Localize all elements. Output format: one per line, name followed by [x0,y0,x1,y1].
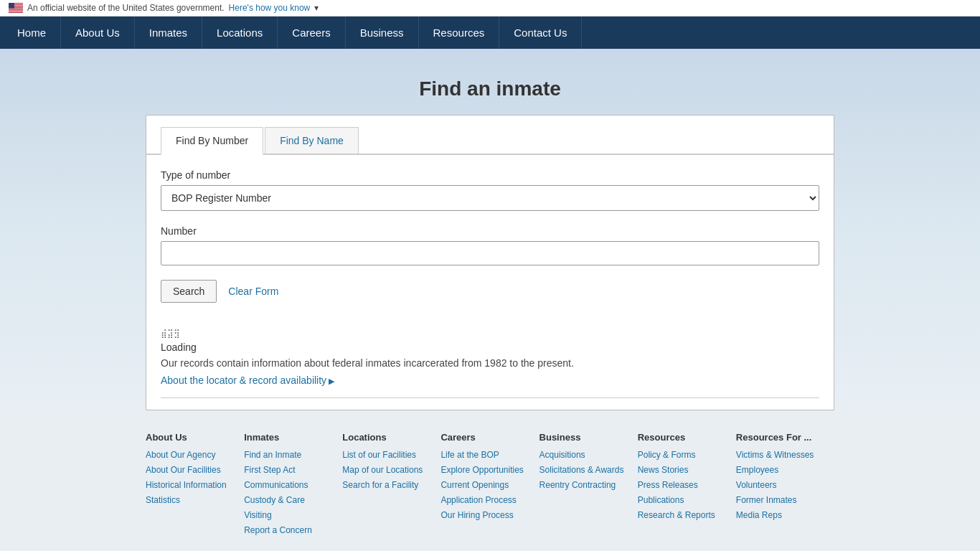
footer-link-1-5[interactable]: Report a Concern [244,524,335,537]
nav-item-inmates[interactable]: Inmates [135,17,202,49]
clear-form-button[interactable]: Clear Form [228,286,278,297]
footer-heading-0: About Us [146,432,237,443]
nav-item-careers[interactable]: Careers [278,17,345,49]
footer-link-1-4[interactable]: Visiting [244,509,335,522]
footer-link-3-1[interactable]: Explore Opportunities [440,463,532,476]
footer-link-2-0[interactable]: List of our Facilities [342,448,433,461]
page-title: Find an inmate [14,77,966,100]
nav-item-locations[interactable]: Locations [202,17,278,49]
tab-find-by-name[interactable]: Find By Name [265,127,359,154]
loading-area: ⣾⣽⣻ Loading Our records contain informat… [146,317,834,410]
footer-link-5-2[interactable]: Press Releases [638,479,729,491]
how-you-know-link[interactable]: Here's how you know [229,3,311,13]
footer-link-0-2[interactable]: Historical Information [146,479,237,491]
footer-col-about-us: About UsAbout Our AgencyAbout Our Facili… [146,432,244,539]
footer-link-3-4[interactable]: Our Hiring Process [440,509,532,522]
banner-text: An official website of the United States… [27,3,225,13]
nav-item-resources[interactable]: Resources [419,17,500,49]
tab-find-by-number[interactable]: Find By Number [161,127,263,155]
footer-link-6-3[interactable]: Former Inmates [736,494,827,507]
footer-link-6-0[interactable]: Victims & Witnesses [736,448,827,461]
footer-col-business: BusinessAcquisitionsSolicitations & Awar… [540,432,638,539]
footer-link-4-2[interactable]: Reentry Contracting [540,479,631,491]
find-by-number-form: Type of number BOP Register Number DC/DC… [146,155,834,317]
svg-rect-12 [9,12,23,13]
nav-item-home[interactable]: Home [0,17,61,49]
footer-heading-5: Resources [638,432,729,443]
nav-item-contact-us[interactable]: Contact Us [499,17,582,49]
svg-rect-10 [9,11,23,11]
footer-heading-4: Business [540,432,631,443]
search-button[interactable]: Search [161,280,217,303]
footer-link-5-0[interactable]: Policy & Forms [638,448,729,461]
footer-col-resources: ResourcesPolicy & FormsNews StoriesPress… [638,432,736,539]
footer-col-inmates: InmatesFind an InmateFirst Step ActCommu… [244,432,342,539]
loading-label: Loading [161,342,819,353]
type-of-number-select[interactable]: BOP Register Number DC/DCDC Number FBI N… [161,185,819,211]
footer-link-0-0[interactable]: About Our Agency [146,448,237,461]
footer-link-6-4[interactable]: Media Reps [736,509,827,522]
footer-link-1-2[interactable]: Communications [244,479,335,491]
us-flag-icon [9,3,23,13]
footer-heading-3: Careers [440,432,532,443]
main-nav: Home About Us Inmates Locations Careers … [0,17,980,49]
number-label: Number [161,225,819,237]
divider [161,397,819,398]
footer-link-3-0[interactable]: Life at the BOP [440,448,532,461]
type-of-number-group: Type of number BOP Register Number DC/DC… [161,169,819,211]
footer-heading-6: Resources For ... [736,432,827,443]
footer-heading-1: Inmates [244,432,335,443]
footer-link-3-3[interactable]: Application Process [440,494,532,507]
footer-link-1-1[interactable]: First Step Act [244,463,335,476]
type-of-number-label: Type of number [161,169,819,181]
nav-item-about-us[interactable]: About Us [61,17,135,49]
main-container: Find By Number Find By Name Type of numb… [146,115,834,410]
footer-link-4-0[interactable]: Acquisitions [540,448,631,461]
svg-rect-11 [9,11,23,12]
footer-link-0-1[interactable]: About Our Facilities [146,463,237,476]
footer-link-5-1[interactable]: News Stories [638,463,729,476]
loading-spinner: ⣾⣽⣻ [161,329,819,339]
footer-link-5-3[interactable]: Publications [638,494,729,507]
chevron-down-icon: ▾ [314,3,319,13]
footer-col-careers: CareersLife at the BOPExplore Opportunit… [440,432,539,539]
svg-rect-13 [9,3,14,9]
nav-item-business[interactable]: Business [346,17,419,49]
footer-link-6-1[interactable]: Employees [736,463,827,476]
svg-rect-8 [9,9,23,10]
footer: About UsAbout Our AgencyAbout Our Facili… [0,410,980,551]
footer-col-resources-for-: Resources For ...Victims & WitnessesEmpl… [736,432,834,539]
svg-rect-9 [9,10,23,11]
footer-link-2-2[interactable]: Search for a Facility [342,479,433,491]
footer-link-0-3[interactable]: Statistics [146,494,237,507]
hero-area: Find an inmate Find By Number Find By Na… [0,49,980,410]
footer-inner: About UsAbout Our AgencyAbout Our Facili… [146,432,834,539]
footer-col-locations: LocationsList of our FacilitiesMap of ou… [342,432,440,539]
footer-link-1-3[interactable]: Custody & Care [244,494,335,507]
form-actions: Search Clear Form [146,280,834,303]
footer-link-3-2[interactable]: Current Openings [440,479,532,491]
tab-bar: Find By Number Find By Name [146,116,834,155]
top-banner: An official website of the United States… [0,0,980,17]
footer-link-5-4[interactable]: Research & Reports [638,509,729,522]
footer-link-6-2[interactable]: Volunteers [736,479,827,491]
svg-rect-7 [9,9,23,9]
number-input[interactable] [161,241,819,265]
number-group: Number [161,225,819,265]
about-locator-link[interactable]: About the locator & record availability [161,375,334,386]
footer-link-4-1[interactable]: Solicitations & Awards [540,463,631,476]
footer-link-2-1[interactable]: Map of our Locations [342,463,433,476]
footer-heading-2: Locations [342,432,433,443]
records-description: Our records contain information about fe… [161,357,819,369]
footer-link-1-0[interactable]: Find an Inmate [244,448,335,461]
